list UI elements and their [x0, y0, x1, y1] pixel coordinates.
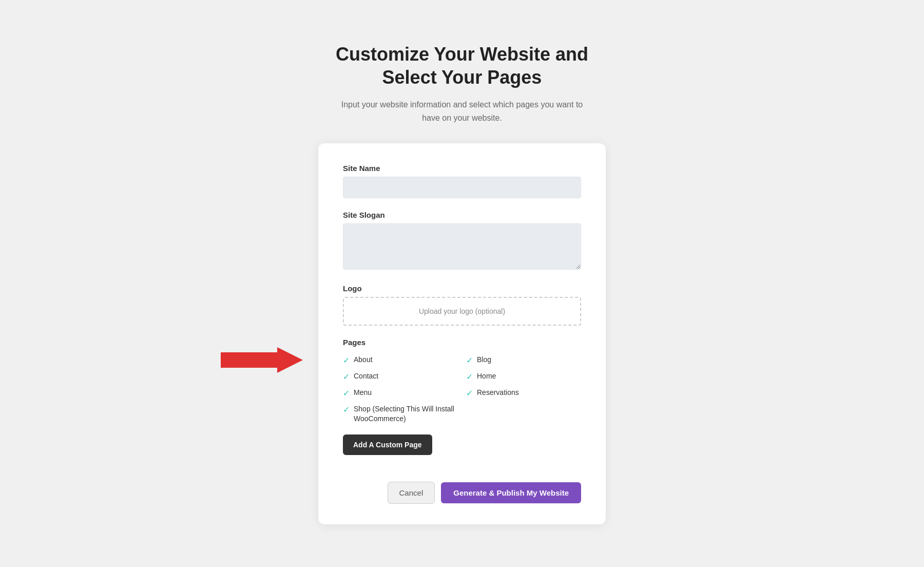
check-icon-menu: ✓	[343, 388, 350, 398]
page-label-contact: Contact	[354, 371, 378, 382]
page-item-blog[interactable]: ✓ Blog	[466, 355, 581, 365]
page-title: Customize Your Website and Select Your P…	[336, 43, 588, 89]
logo-upload-text: Upload your logo (optional)	[419, 307, 505, 315]
pages-group: Pages ✓ About ✓ Blog ✓ Contact ✓ Home	[343, 338, 581, 469]
page-item-shop[interactable]: ✓ Shop (Selecting This Will Install WooC…	[343, 404, 458, 424]
page-item-reservations[interactable]: ✓ Reservations	[466, 388, 581, 398]
page-label-about: About	[354, 355, 373, 365]
generate-publish-button[interactable]: Generate & Publish My Website	[441, 482, 581, 503]
check-icon-shop: ✓	[343, 405, 350, 414]
site-slogan-group: Site Slogan	[343, 211, 581, 272]
page-item-menu[interactable]: ✓ Menu	[343, 388, 458, 398]
site-slogan-label: Site Slogan	[343, 211, 581, 219]
cancel-button[interactable]: Cancel	[388, 482, 435, 504]
pages-label: Pages	[343, 338, 581, 347]
site-slogan-input[interactable]	[343, 223, 581, 270]
page-label-shop: Shop (Selecting This Will Install WooCom…	[354, 404, 458, 424]
check-icon-home: ✓	[466, 372, 473, 382]
page-container: Customize Your Website and Select Your P…	[0, 22, 924, 544]
logo-upload-area[interactable]: Upload your logo (optional)	[343, 297, 581, 326]
site-name-label: Site Name	[343, 164, 581, 173]
page-item-home[interactable]: ✓ Home	[466, 371, 581, 382]
add-custom-page-button[interactable]: Add A Custom Page	[343, 434, 432, 455]
logo-label: Logo	[343, 284, 581, 293]
page-label-menu: Menu	[354, 388, 372, 398]
arrow-svg	[221, 347, 303, 373]
arrow-indicator	[221, 347, 303, 373]
page-label-reservations: Reservations	[477, 388, 519, 398]
site-name-input[interactable]	[343, 177, 581, 198]
form-card: Site Name Site Slogan Logo Upload your l…	[318, 143, 606, 524]
check-icon-about: ✓	[343, 355, 350, 365]
svg-marker-0	[221, 347, 303, 373]
page-subtitle: Input your website information and selec…	[339, 98, 585, 124]
page-label-home: Home	[477, 371, 496, 382]
logo-group: Logo Upload your logo (optional)	[343, 284, 581, 326]
page-title-line1: Customize Your Website and	[336, 44, 588, 65]
pages-grid: ✓ About ✓ Blog ✓ Contact ✓ Home ✓ Me	[343, 355, 581, 424]
check-icon-blog: ✓	[466, 355, 473, 365]
page-title-line2: Select Your Pages	[382, 67, 542, 88]
page-item-about[interactable]: ✓ About	[343, 355, 458, 365]
page-item-contact[interactable]: ✓ Contact	[343, 371, 458, 382]
site-name-group: Site Name	[343, 164, 581, 198]
form-actions: Cancel Generate & Publish My Website	[343, 482, 581, 504]
check-icon-reservations: ✓	[466, 388, 473, 398]
check-icon-contact: ✓	[343, 372, 350, 382]
page-label-blog: Blog	[477, 355, 491, 365]
